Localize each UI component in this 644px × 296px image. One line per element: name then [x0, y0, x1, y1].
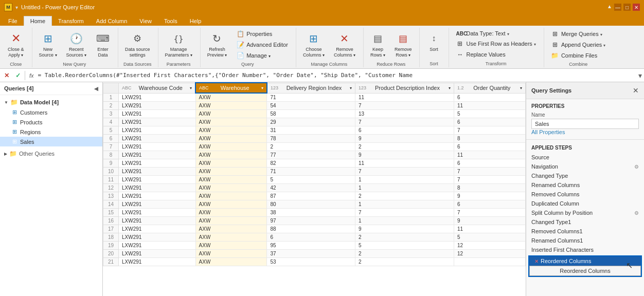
table-cell[interactable]: AXW — [195, 225, 267, 233]
col-header-warehouse-code[interactable]: ABC Warehouse Code ▾ — [119, 83, 196, 93]
table-cell[interactable]: 53 — [267, 258, 355, 266]
col-header-order-qty[interactable]: 1.2 Order Quantity ▾ — [454, 83, 526, 93]
col-header-warehouse[interactable]: ABC Warehouse ▾ — [195, 83, 267, 93]
table-cell[interactable]: 8 — [454, 135, 526, 143]
table-cell[interactable]: 2 — [355, 258, 454, 266]
table-cell[interactable]: 11 — [454, 225, 526, 233]
table-cell[interactable]: 97 — [267, 217, 355, 225]
table-cell[interactable]: 7 — [355, 209, 454, 217]
table-cell[interactable]: AXW — [195, 110, 267, 118]
table-cell[interactable]: 6 — [454, 118, 526, 126]
table-cell[interactable]: LXW291 — [119, 242, 196, 250]
table-cell[interactable]: 78 — [267, 135, 355, 143]
table-cell[interactable]: LXW291 — [119, 184, 196, 192]
col-filter-oq[interactable]: ▾ — [520, 86, 522, 90]
step-split-column[interactable]: Split Column by Position ⚙ — [526, 208, 644, 217]
settings-close-button[interactable]: ✕ — [633, 86, 639, 95]
table-row[interactable]: 17LXW291AXW88911 — [103, 225, 526, 233]
table-cell[interactable]: 1 — [355, 200, 454, 209]
table-row[interactable]: 19LXW291AXW95512 — [103, 242, 526, 250]
table-cell[interactable]: AXW — [195, 102, 267, 110]
tab-view[interactable]: View — [133, 16, 158, 26]
table-cell[interactable]: 9 — [355, 151, 454, 159]
table-cell[interactable]: 6 — [267, 233, 355, 242]
table-cell[interactable]: LXW291 — [119, 217, 196, 225]
table-cell[interactable]: 87 — [267, 192, 355, 200]
choose-columns-button[interactable]: ⊞ ChooseColumns ▾ — [299, 29, 328, 61]
other-queries-header[interactable]: ▶ 📁 Other Queries — [0, 149, 102, 159]
query-item-sales[interactable]: ⊞ Sales — [0, 137, 102, 146]
table-cell[interactable]: 7 — [454, 209, 526, 217]
table-row[interactable]: 3LXW291AXW58135 — [103, 110, 526, 118]
maximize-button[interactable]: □ — [623, 4, 631, 11]
table-cell[interactable]: 5 — [454, 110, 526, 118]
advanced-editor-button[interactable]: 📝 Advanced Editor — [232, 40, 292, 50]
table-cell[interactable]: AXW — [195, 159, 267, 168]
table-cell[interactable]: LXW291 — [119, 110, 196, 118]
table-cell[interactable]: 11 — [355, 159, 454, 168]
table-row[interactable]: 20LXW291AXW37212 — [103, 250, 526, 258]
merge-queries-button[interactable]: ⊞ Merge Queries ▾ — [547, 29, 610, 39]
data-source-settings-button[interactable]: ⚙ Data sourcesettings — [121, 29, 154, 61]
data-grid[interactable]: ABC Warehouse Code ▾ ABC Warehouse ▾ — [103, 82, 526, 296]
table-cell[interactable]: 9 — [454, 217, 526, 225]
table-cell[interactable]: AXW — [195, 151, 267, 159]
table-cell[interactable]: 6 — [454, 159, 526, 168]
table-cell[interactable]: LXW291 — [119, 118, 196, 126]
query-item-regions[interactable]: ⊞ Regions — [0, 127, 102, 137]
table-row[interactable]: 2LXW291AXW54711 — [103, 102, 526, 110]
table-cell[interactable]: 9 — [355, 225, 454, 233]
table-cell[interactable]: 12 — [454, 250, 526, 258]
table-cell[interactable]: 9 — [355, 135, 454, 143]
table-cell[interactable]: LXW291 — [119, 209, 196, 217]
table-cell[interactable]: 7 — [355, 102, 454, 110]
append-queries-button[interactable]: ⊞ Append Queries ▾ — [547, 40, 610, 50]
table-cell[interactable]: 29 — [267, 118, 355, 126]
table-cell[interactable]: AXW — [195, 176, 267, 184]
col-header-delivery-region[interactable]: 123 Delivery Region Index ▾ — [267, 83, 355, 93]
table-cell[interactable]: LXW291 — [119, 159, 196, 168]
table-row[interactable]: 21LXW291AXW532 — [103, 258, 526, 266]
manage-parameters-button[interactable]: {} ManageParameters ▾ — [162, 29, 196, 61]
table-cell[interactable]: LXW291 — [119, 192, 196, 200]
sort-button[interactable]: ↕ Sort — [423, 29, 444, 55]
step-changed-type[interactable]: Changed Type — [526, 171, 644, 180]
col-filter-w[interactable]: ▾ — [261, 86, 263, 90]
combine-files-button[interactable]: 📁 Combine Files — [547, 50, 610, 61]
table-cell[interactable]: 2 — [267, 143, 355, 151]
table-cell[interactable]: 1 — [355, 217, 454, 225]
table-row[interactable]: 12LXW291AXW4218 — [103, 184, 526, 192]
table-row[interactable]: 1LXW291AXW71116 — [103, 93, 526, 102]
table-row[interactable]: 7LXW291AXW226 — [103, 143, 526, 151]
close-apply-button[interactable]: ✕ Close &Apply ▾ — [4, 29, 28, 61]
use-first-row-button[interactable]: ⊞ Use First Row as Headers ▾ — [452, 39, 539, 49]
query-item-products[interactable]: ⊞ Products — [0, 117, 102, 127]
table-cell[interactable]: 5 — [267, 176, 355, 184]
table-row[interactable]: 18LXW291AXW625 — [103, 233, 526, 242]
table-row[interactable]: 11LXW291AXW517 — [103, 176, 526, 184]
tab-file[interactable]: File — [2, 16, 24, 26]
table-row[interactable]: 16LXW291AXW9719 — [103, 217, 526, 225]
table-cell[interactable]: LXW291 — [119, 143, 196, 151]
col-filter-pd[interactable]: ▾ — [449, 86, 451, 90]
table-cell[interactable]: 2 — [355, 250, 454, 258]
table-cell[interactable]: 37 — [267, 250, 355, 258]
formula-input[interactable] — [38, 72, 636, 79]
table-row[interactable]: 14LXW291AXW8016 — [103, 200, 526, 209]
table-cell[interactable]: 1 — [355, 184, 454, 192]
table-cell[interactable]: AXW — [195, 184, 267, 192]
close-window-button[interactable]: ✕ — [633, 4, 640, 11]
step-reordered-columns[interactable]: ✕ Reordered Columns — [529, 256, 641, 266]
table-cell[interactable]: 71 — [267, 168, 355, 176]
table-cell[interactable]: LXW291 — [119, 135, 196, 143]
table-cell[interactable]: 42 — [267, 184, 355, 192]
table-row[interactable]: 10LXW291AXW7177 — [103, 168, 526, 176]
table-cell[interactable]: 7 — [454, 126, 526, 135]
table-cell[interactable]: LXW291 — [119, 258, 196, 266]
table-cell[interactable]: AXW — [195, 258, 267, 266]
table-cell[interactable]: 95 — [267, 242, 355, 250]
table-cell[interactable]: LXW291 — [119, 225, 196, 233]
refresh-preview-button[interactable]: ↻ RefreshPreview ▾ — [204, 29, 231, 61]
table-cell[interactable]: 7 — [355, 168, 454, 176]
table-cell[interactable] — [454, 258, 526, 266]
